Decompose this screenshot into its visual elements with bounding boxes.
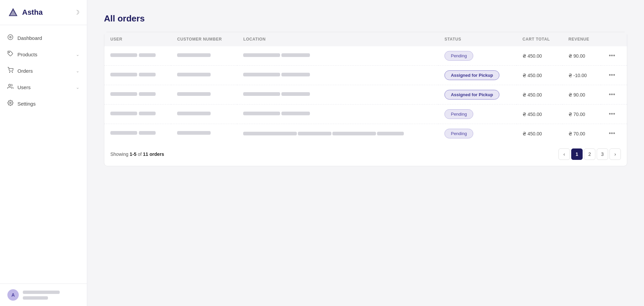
chevron-down-icon: ⌄ <box>76 52 79 57</box>
cell-actions: ••• <box>601 124 627 143</box>
chevron-down-icon: ⌄ <box>76 85 79 90</box>
page-2-button[interactable]: 2 <box>584 148 595 160</box>
cell-revenue: ₴ 90.00 <box>562 85 601 105</box>
cell-status: Pending <box>438 124 517 143</box>
sidebar-footer: A <box>0 284 87 306</box>
col-revenue: REVENUE <box>562 32 601 46</box>
cell-cart-total: ₴ 450.00 <box>517 66 562 85</box>
sidebar-item-dashboard[interactable]: Dashboard <box>0 30 87 46</box>
sidebar-item-label: Products <box>17 52 37 57</box>
pagination-row: Showing 1-5 of 11 orders ‹ 1 2 3 › <box>104 143 627 160</box>
status-badge: Pending <box>444 109 473 119</box>
cell-cart-total: ₴ 450.00 <box>517 85 562 105</box>
svg-point-1 <box>10 37 11 38</box>
status-badge: Pending <box>444 51 473 61</box>
page-1-button[interactable]: 1 <box>571 148 583 160</box>
col-user: USER <box>104 32 171 46</box>
sidebar-item-users[interactable]: Users ⌄ <box>0 79 87 96</box>
table-row: Assigned for Pickup₴ 450.00₴ 90.00••• <box>104 85 627 105</box>
status-badge: Assigned for Pickup <box>444 90 499 100</box>
svg-point-5 <box>9 84 11 86</box>
table-header-row: USER CUSTOMER NUMBER LOCATION STATUS CAR… <box>104 32 627 46</box>
svg-point-4 <box>12 72 13 73</box>
cell-status: Assigned for Pickup <box>438 66 517 85</box>
sidebar-item-orders[interactable]: Orders ⌄ <box>0 63 87 79</box>
cell-user <box>104 124 171 143</box>
products-icon <box>7 51 13 58</box>
cell-user <box>104 85 171 105</box>
cell-user <box>104 105 171 124</box>
cell-customer-number <box>171 66 237 85</box>
status-badge: Pending <box>444 129 473 138</box>
cell-customer-number <box>171 85 237 105</box>
pagination: ‹ 1 2 3 › <box>558 148 621 160</box>
users-icon <box>7 83 13 91</box>
orders-icon <box>7 67 13 75</box>
cell-customer-number <box>171 105 237 124</box>
prev-page-button[interactable]: ‹ <box>558 148 570 160</box>
sidebar-item-settings[interactable]: Settings <box>0 96 87 112</box>
cell-revenue: ₴ -10.00 <box>562 66 601 85</box>
cell-cart-total: ₴ 450.00 <box>517 46 562 66</box>
col-cart-total: CART TOTAL <box>517 32 562 46</box>
cell-cart-total: ₴ 450.00 <box>517 124 562 143</box>
user-name-area <box>23 291 60 300</box>
cell-customer-number <box>171 46 237 66</box>
sidebar-item-label: Dashboard <box>17 35 42 41</box>
cell-user <box>104 46 171 66</box>
main-content: All orders USER CUSTOMER NUMBER LOCATION… <box>87 0 644 306</box>
cell-revenue: ₴ 70.00 <box>562 124 601 143</box>
more-options-button[interactable]: ••• <box>607 90 617 99</box>
status-badge: Assigned for Pickup <box>444 70 499 80</box>
more-options-button[interactable]: ••• <box>607 71 617 79</box>
nav-menu: Dashboard Products ⌄ Orders ⌄ Users ⌄ <box>0 25 87 284</box>
cell-location <box>237 46 438 66</box>
next-page-button[interactable]: › <box>609 148 621 160</box>
cell-location <box>237 124 438 143</box>
sidebar-item-label: Users <box>17 84 31 90</box>
more-options-button[interactable]: ••• <box>607 110 617 118</box>
settings-icon <box>7 100 13 108</box>
col-status: STATUS <box>438 32 517 46</box>
table-row: Pending₴ 450.00₴ 70.00••• <box>104 105 627 124</box>
chevron-down-icon: ⌄ <box>76 68 79 73</box>
logo-area: Astha ☽ <box>0 0 87 25</box>
cell-location <box>237 66 438 85</box>
col-actions <box>601 32 627 46</box>
user-name-line2 <box>23 296 48 300</box>
app-logo-icon <box>7 7 19 18</box>
col-location: LOCATION <box>237 32 438 46</box>
cell-actions: ••• <box>601 66 627 85</box>
dashboard-icon <box>7 34 13 42</box>
cell-status: Pending <box>438 46 517 66</box>
cell-location <box>237 85 438 105</box>
dark-mode-button[interactable]: ☽ <box>74 9 79 16</box>
cell-revenue: ₴ 90.00 <box>562 46 601 66</box>
cell-user <box>104 66 171 85</box>
more-options-button[interactable]: ••• <box>607 52 617 60</box>
svg-point-3 <box>9 72 10 73</box>
svg-point-0 <box>8 35 13 40</box>
cell-status: Pending <box>438 105 517 124</box>
avatar: A <box>7 289 19 301</box>
sidebar-item-label: Orders <box>17 68 33 74</box>
cell-actions: ••• <box>601 46 627 66</box>
page-title: All orders <box>104 13 627 24</box>
cell-revenue: ₴ 70.00 <box>562 105 601 124</box>
sidebar: Astha ☽ Dashboard Products ⌄ Orders ⌄ <box>0 0 87 306</box>
cell-actions: ••• <box>601 105 627 124</box>
cell-customer-number <box>171 124 237 143</box>
orders-table: USER CUSTOMER NUMBER LOCATION STATUS CAR… <box>104 32 627 143</box>
cell-actions: ••• <box>601 85 627 105</box>
sidebar-item-products[interactable]: Products ⌄ <box>0 46 87 63</box>
user-name-line1 <box>23 291 60 294</box>
app-name: Astha <box>22 8 43 17</box>
col-customer-number: CUSTOMER NUMBER <box>171 32 237 46</box>
more-options-button[interactable]: ••• <box>607 129 617 138</box>
cell-status: Assigned for Pickup <box>438 85 517 105</box>
table-row: Assigned for Pickup₴ 450.00₴ -10.00••• <box>104 66 627 85</box>
cell-cart-total: ₴ 450.00 <box>517 105 562 124</box>
page-3-button[interactable]: 3 <box>597 148 608 160</box>
table-row: Pending₴ 450.00₴ 70.00••• <box>104 124 627 143</box>
orders-card: USER CUSTOMER NUMBER LOCATION STATUS CAR… <box>104 32 627 166</box>
